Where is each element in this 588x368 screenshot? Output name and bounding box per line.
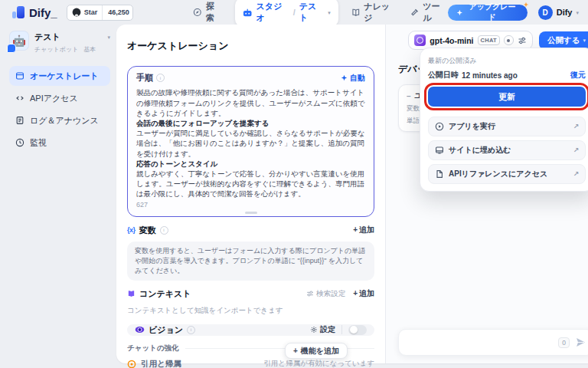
published-at-label: 公開日時 bbox=[428, 70, 459, 80]
api-reference-menu-item[interactable]: APIリファレンスにアクセス ↗ bbox=[428, 164, 586, 184]
github-star-widget[interactable]: Star 46,250 bbox=[67, 5, 134, 21]
dify-logo-icon bbox=[12, 6, 24, 18]
content-area: 🤖 テスト ▾ チャットボット 基本 オーケストレ bbox=[0, 25, 588, 368]
nav-studio[interactable]: スタジオ / テスト ▾ bbox=[235, 0, 338, 27]
chat-input[interactable]: 0 bbox=[398, 329, 588, 356]
variables-description: 変数を使用すると、ユーザーはフォームに入力する際にプロンプトの単語や開始の言葉を… bbox=[127, 242, 374, 281]
char-count: 627 bbox=[136, 201, 365, 209]
sidebar-item-label: オーケストレート bbox=[30, 71, 99, 82]
vision-settings-button[interactable]: 設定 bbox=[310, 324, 335, 335]
app-icon: 🤖 bbox=[9, 31, 29, 51]
info-icon: i bbox=[187, 326, 195, 334]
github-star-left: Star bbox=[67, 8, 103, 17]
plus-icon: + bbox=[293, 347, 298, 355]
app-window: Dify_ Star 46,250 探索 スタジオ / テスト ▾ bbox=[0, 0, 588, 368]
embed-site-menu-item[interactable]: サイトに埋め込む ↗ bbox=[428, 140, 586, 160]
upgrade-button[interactable]: アップグレード bbox=[448, 5, 528, 21]
update-button[interactable]: 更新 bbox=[428, 87, 586, 107]
play-circle-icon bbox=[435, 122, 444, 131]
dify-logo: Dify_ bbox=[12, 6, 57, 19]
star-label: Star bbox=[84, 8, 98, 16]
main-nav: 探索 スタジオ / テスト ▾ ナレッジ ツール bbox=[193, 0, 447, 27]
nav-studio-app-label: テスト bbox=[299, 1, 324, 24]
instructions-heading: 応答のトーンとスタイル bbox=[136, 159, 365, 169]
add-context-button[interactable]: + 追加 bbox=[353, 288, 374, 299]
run-app-menu-item[interactable]: アプリを実行 ↗ bbox=[428, 117, 586, 136]
model-name: gpt-4o-mini bbox=[430, 36, 473, 45]
instructions-paragraph: 製品の故障や修理依頼に関する質問があった場合は、サポートサイトの修理依頼フォーム… bbox=[136, 87, 365, 118]
instructions-paragraph: ユーザーが質問に満足しているか確認し、さらなるサポートが必要な場合は、「他にお困… bbox=[136, 128, 365, 159]
sidebar-item-label: 監視 bbox=[30, 137, 47, 149]
model-provider-icon bbox=[414, 34, 426, 46]
resize-handle[interactable] bbox=[245, 212, 257, 214]
restore-link[interactable]: 復元 bbox=[570, 70, 586, 80]
tune-icon[interactable] bbox=[518, 36, 527, 45]
upgrade-label: アップグレード bbox=[466, 2, 518, 23]
main-panel: オーケストレーション 手順 i 自動 製品の故障や修理依頼に関する質問があった場… bbox=[116, 25, 588, 363]
sidebar-item-monitoring[interactable]: 監視 bbox=[9, 133, 110, 153]
nav-explore[interactable]: 探索 bbox=[193, 1, 222, 24]
sidebar-item-orchestrate[interactable]: オーケストレート bbox=[9, 66, 110, 86]
instructions-heading: 会話の最後にフォローアップを提案する bbox=[136, 118, 365, 128]
add-feature-button[interactable]: + 機能を追加 bbox=[285, 343, 348, 359]
app-type-tag: チャットボット bbox=[34, 45, 78, 54]
nav-tools[interactable]: ツール bbox=[410, 1, 448, 24]
nav-knowledge[interactable]: ナレッジ bbox=[351, 1, 397, 24]
context-book-icon bbox=[127, 289, 136, 298]
api-doc-icon bbox=[435, 169, 444, 179]
app-meta: テスト ▾ チャットボット 基本 bbox=[34, 31, 110, 54]
plus-icon: + bbox=[353, 290, 358, 297]
sidebar-item-api-access[interactable]: APIアクセス bbox=[9, 88, 110, 108]
citation-status: 引用と帰属が有効になっています bbox=[263, 359, 374, 368]
send-button[interactable] bbox=[575, 337, 586, 348]
compass-icon bbox=[193, 8, 202, 17]
model-mode-badge: CHAT bbox=[478, 35, 500, 45]
citation-feature-row[interactable]: 引用と帰属 引用と帰属が有効になっています bbox=[127, 359, 374, 368]
instructions-paragraph: 親しみやすく、丁寧なトーンで応答し、分かりやすい言葉遣いを使用します。ユーザーが… bbox=[136, 169, 365, 199]
context-section: コンテキスト 検索設定 + 追加 コンテキストとして知識 bbox=[127, 288, 374, 316]
info-icon: i bbox=[156, 74, 165, 82]
context-description: コンテキストとして知識をインポートできます bbox=[127, 306, 374, 316]
collapse-icon[interactable]: – bbox=[407, 92, 411, 100]
star-count: 46,250 bbox=[102, 5, 133, 20]
sparkle-icon bbox=[456, 9, 463, 16]
gear-icon bbox=[310, 326, 318, 334]
app-mode-tag: 基本 bbox=[83, 45, 96, 54]
github-icon bbox=[72, 8, 81, 17]
sidebar-item-label: APIアクセス bbox=[30, 93, 78, 104]
sidebar: 🤖 テスト ▾ チャットボット 基本 オーケストレ bbox=[0, 25, 116, 368]
app-name: テスト bbox=[34, 31, 60, 43]
chevron-down-icon: ▾ bbox=[576, 10, 579, 15]
auto-generate-button[interactable]: 自動 bbox=[341, 73, 365, 84]
citation-icon bbox=[127, 360, 136, 368]
instructions-text[interactable]: 製品の故障や修理依頼に関する質問があった場合は、サポートサイトの修理依頼フォーム… bbox=[136, 87, 365, 199]
orchestration-column: オーケストレーション 手順 i 自動 製品の故障や修理依頼に関する質問があった場… bbox=[116, 25, 385, 363]
orange-sparkle-icon bbox=[523, 2, 529, 8]
sidebar-item-label: ログ＆アナウンス bbox=[30, 115, 99, 127]
chevron-down-icon: ▾ bbox=[328, 10, 331, 15]
book-icon bbox=[351, 8, 361, 17]
instructions-editor[interactable]: 手順 i 自動 製品の故障や修理依頼に関する質問があった場合は、サポートサイトの… bbox=[127, 66, 374, 216]
code-brackets-icon bbox=[15, 94, 24, 103]
citation-label: 引用と帰属 bbox=[141, 359, 181, 368]
add-variable-button[interactable]: + 追加 bbox=[353, 225, 374, 235]
send-plane-icon bbox=[575, 337, 586, 348]
nav-studio-label: スタジオ bbox=[256, 1, 289, 24]
nav-explore-label: 探索 bbox=[206, 1, 222, 24]
avatar: D bbox=[538, 5, 553, 20]
sidebar-item-logs[interactable]: ログ＆アナウンス bbox=[9, 110, 110, 130]
account-menu[interactable]: D Dify ▾ bbox=[538, 5, 579, 20]
plus-icon: + bbox=[353, 226, 358, 234]
publish-button[interactable]: 公開する ▾ bbox=[539, 31, 588, 50]
orchestrate-icon bbox=[15, 71, 24, 80]
arrow-up-right-icon: ↗ bbox=[573, 123, 579, 130]
retrieval-settings-button[interactable]: 検索設定 bbox=[306, 289, 345, 299]
chat-bubble-badge-icon bbox=[7, 44, 16, 53]
nav-tools-label: ツール bbox=[423, 1, 447, 24]
log-document-icon bbox=[15, 116, 24, 125]
eye-icon bbox=[135, 326, 145, 334]
vision-toggle[interactable] bbox=[348, 325, 367, 335]
app-switcher[interactable]: 🤖 テスト ▾ チャットボット 基本 bbox=[9, 29, 110, 60]
chevron-down-icon: ▾ bbox=[107, 34, 110, 40]
dify-logo-text: Dify_ bbox=[29, 6, 57, 19]
